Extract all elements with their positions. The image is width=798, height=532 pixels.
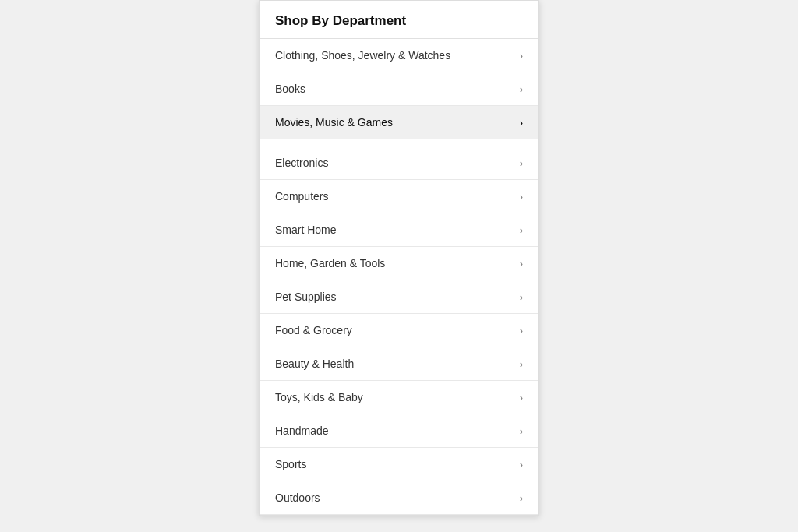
- menu-item-handmade[interactable]: Handmade›: [260, 414, 538, 448]
- chevron-right-icon: ›: [520, 459, 523, 470]
- chevron-right-icon: ›: [520, 157, 523, 169]
- menu-item-movies[interactable]: Movies, Music & Games›: [260, 106, 538, 139]
- menu-item-outdoors[interactable]: Outdoors›: [260, 481, 538, 515]
- menu-item-label-smart-home: Smart Home: [275, 224, 337, 236]
- menu-item-smart-home[interactable]: Smart Home›: [260, 213, 538, 247]
- menu-item-label-handmade: Handmade: [275, 425, 329, 437]
- chevron-right-icon: ›: [520, 117, 523, 129]
- menu-item-label-sports: Sports: [275, 458, 306, 470]
- menu-item-beauty-health[interactable]: Beauty & Health›: [260, 347, 538, 381]
- menu-item-label-computers: Computers: [275, 190, 328, 203]
- chevron-right-icon: ›: [520, 224, 523, 236]
- menu-item-label-toys-kids: Toys, Kids & Baby: [275, 391, 363, 403]
- chevron-right-icon: ›: [520, 191, 523, 203]
- menu-divider: [260, 143, 538, 143]
- menu-item-label-clothing: Clothing, Shoes, Jewelry & Watches: [275, 49, 450, 62]
- menu-item-sports[interactable]: Sports›: [260, 448, 538, 481]
- menu-item-label-pet-supplies: Pet Supplies: [275, 291, 337, 303]
- chevron-right-icon: ›: [520, 492, 523, 504]
- chevron-right-icon: ›: [520, 50, 523, 62]
- chevron-right-icon: ›: [520, 291, 523, 303]
- menu-header: Shop By Department: [260, 1, 538, 39]
- menu-title: Shop By Department: [275, 13, 523, 29]
- menu-item-label-books: Books: [275, 83, 305, 95]
- chevron-right-icon: ›: [520, 325, 523, 336]
- menu-item-label-electronics: Electronics: [275, 157, 328, 169]
- menu-item-toys-kids[interactable]: Toys, Kids & Baby›: [260, 381, 538, 414]
- menu-item-label-outdoors: Outdoors: [275, 491, 320, 504]
- menu-item-label-beauty-health: Beauty & Health: [275, 358, 354, 370]
- menu-item-clothing[interactable]: Clothing, Shoes, Jewelry & Watches›: [260, 39, 538, 72]
- menu-item-label-food-grocery: Food & Grocery: [275, 324, 352, 336]
- menu-item-food-grocery[interactable]: Food & Grocery›: [260, 314, 538, 347]
- chevron-right-icon: ›: [520, 425, 523, 437]
- menu-item-pet-supplies[interactable]: Pet Supplies›: [260, 280, 538, 314]
- menu-item-computers[interactable]: Computers›: [260, 180, 538, 213]
- menu-item-label-movies: Movies, Music & Games: [275, 116, 393, 129]
- menu-item-label-home-garden: Home, Garden & Tools: [275, 257, 385, 270]
- chevron-right-icon: ›: [520, 358, 523, 370]
- menu-item-books[interactable]: Books›: [260, 72, 538, 106]
- shop-by-department-menu: Shop By Department Clothing, Shoes, Jewe…: [259, 0, 539, 516]
- chevron-right-icon: ›: [520, 392, 523, 403]
- chevron-right-icon: ›: [520, 83, 523, 95]
- menu-item-electronics[interactable]: Electronics›: [260, 146, 538, 180]
- chevron-right-icon: ›: [520, 258, 523, 270]
- menu-items-list: Clothing, Shoes, Jewelry & Watches›Books…: [260, 39, 538, 515]
- menu-item-home-garden[interactable]: Home, Garden & Tools›: [260, 247, 538, 280]
